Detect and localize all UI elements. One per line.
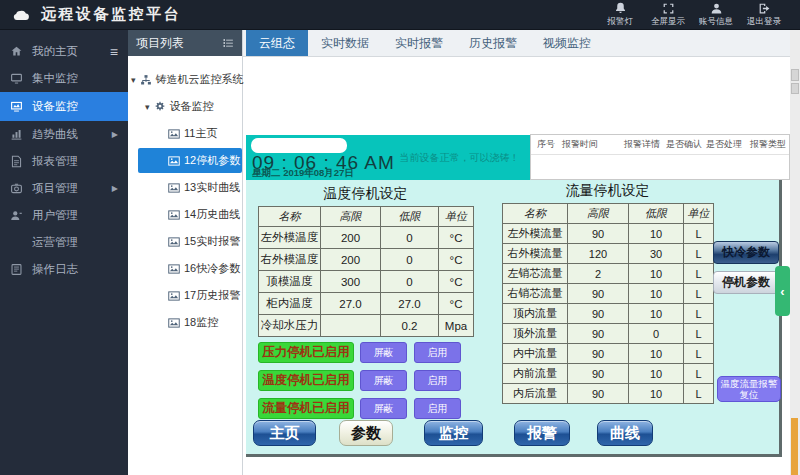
sidebar-item-operations-management[interactable]: 运营管理 [0, 229, 128, 256]
sidebar-item-report-management[interactable]: 报表管理 [0, 148, 128, 175]
temperature-mask-button[interactable]: 屏蔽 [360, 370, 407, 391]
main-area: 云组态 实时数据 实时报警 历史报警 视频监控 09 : 06 : 46 AM … [243, 30, 800, 475]
tab-realtime-data[interactable]: 实时数据 [308, 30, 382, 56]
remote-device-monitoring-app: 远程设备监控平台 报警灯 全屏显示 账号信息 退出登录 我的主页 [0, 0, 800, 475]
cell[interactable]: 300 [321, 271, 381, 293]
temperature-interlock-status[interactable]: 温度停机已启用 [258, 370, 354, 391]
flow-mask-button[interactable]: 屏蔽 [360, 398, 407, 419]
chevron-down-icon[interactable]: ▾ [145, 102, 150, 112]
image-icon [168, 128, 180, 140]
tree-page-label: 17历史报警 [184, 288, 240, 303]
cell[interactable]: 10 [629, 344, 684, 364]
cell[interactable]: 0 [381, 271, 439, 293]
cell[interactable]: 90 [568, 384, 629, 404]
temp-flow-alarm-reset-button[interactable]: 温度流量报警复位 [717, 376, 781, 402]
chevron-down-icon[interactable]: ▾ [131, 75, 136, 85]
tab-realtime-alarm[interactable]: 实时报警 [382, 30, 456, 56]
cell[interactable]: 120 [568, 244, 629, 264]
stop-params-button[interactable]: 停机参数 [713, 271, 779, 294]
image-icon [168, 290, 180, 302]
tree-page-17[interactable]: 17历史报警 [128, 282, 242, 309]
cell: L [684, 224, 714, 244]
temperature-enable-button[interactable]: 启用 [414, 370, 461, 391]
cell[interactable]: 200 [321, 227, 381, 249]
tab-cloud-hmi[interactable]: 云组态 [246, 30, 308, 56]
quick-cool-params-button[interactable]: 快冷参数 [713, 241, 779, 264]
cell[interactable]: 90 [568, 364, 629, 384]
cell: 左外模温度 [259, 227, 321, 249]
device-monitor-icon [10, 100, 23, 113]
vertical-scrollbar[interactable] [790, 30, 800, 475]
cell[interactable]: 0 [629, 324, 684, 344]
cell[interactable]: 2 [568, 264, 629, 284]
cell[interactable]: 90 [568, 304, 629, 324]
cell[interactable]: 90 [568, 344, 629, 364]
hmi-nav-monitor-button[interactable]: 监控 [424, 420, 483, 446]
tree-node-device-monitor[interactable]: ▾ 设备监控 [128, 93, 242, 120]
cell[interactable]: 10 [629, 264, 684, 284]
view-tabs: 云组态 实时数据 实时报警 历史报警 视频监控 [243, 30, 800, 57]
tree-node-root[interactable]: ▾ 铸造机云监控系统 [128, 66, 242, 93]
cell[interactable]: 0.2 [381, 315, 439, 337]
cell[interactable]: 90 [568, 224, 629, 244]
sidebar-item-user-management[interactable]: 用户管理 [0, 202, 128, 229]
cell[interactable]: 90 [568, 284, 629, 304]
cell[interactable]: 10 [629, 224, 684, 244]
tab-history-alarm[interactable]: 历史报警 [456, 30, 530, 56]
logout-button[interactable]: 退出登录 [742, 2, 786, 28]
flow-enable-button[interactable]: 启用 [414, 398, 461, 419]
cell[interactable]: 10 [629, 284, 684, 304]
clock-date: 星期二 2019年08月27日 [252, 167, 354, 180]
list-icon[interactable] [222, 37, 234, 49]
scrollbar-thumb[interactable] [791, 69, 799, 81]
cell[interactable]: 10 [629, 364, 684, 384]
collapse-handle[interactable]: ‹ [775, 266, 790, 316]
sidebar-collapse-icon[interactable]: ≡ [110, 44, 118, 60]
tree-page-13[interactable]: 13实时曲线 [128, 174, 242, 201]
sidebar-item-trend-curves[interactable]: 趋势曲线 ▶ [0, 121, 128, 148]
tree-page-16[interactable]: 16快冷参数 [128, 255, 242, 282]
tab-video-monitor[interactable]: 视频监控 [530, 30, 604, 56]
trend-chart-icon [10, 128, 23, 141]
tree-page-15[interactable]: 15实时报警 [128, 228, 242, 255]
sidebar-item-label: 我的主页 [32, 44, 78, 59]
cell[interactable]: 10 [629, 384, 684, 404]
pressure-interlock-status[interactable]: 压力停机已启用 [258, 342, 354, 363]
sidebar-item-operation-log[interactable]: 操作日志 [0, 256, 128, 283]
sidebar-item-my-home[interactable]: 我的主页 ≡ [0, 38, 128, 65]
sidebar-item-project-management[interactable]: 项目管理 ▶ [0, 175, 128, 202]
tree-page-11[interactable]: 11主页 [128, 120, 242, 147]
scrollbar-thumb[interactable] [791, 83, 799, 94]
cell[interactable]: 27.0 [321, 293, 381, 315]
hmi-nav-home-button[interactable]: 主页 [253, 420, 316, 446]
hmi-nav-alarm-button[interactable]: 报警 [514, 420, 570, 446]
cell[interactable]: 30 [629, 244, 684, 264]
users-icon [10, 209, 23, 222]
cell: 内后流量 [503, 384, 568, 404]
tree-page-14[interactable]: 14历史曲线 [128, 201, 242, 228]
cell[interactable]: 0 [381, 249, 439, 271]
pressure-mask-button[interactable]: 屏蔽 [360, 342, 407, 363]
fullscreen-button[interactable]: 全屏显示 [646, 2, 690, 28]
pressure-enable-button[interactable]: 启用 [414, 342, 461, 363]
tree-page-12-selected[interactable]: 12停机参数 [138, 148, 242, 173]
cell: L [684, 304, 714, 324]
flow-interlock-status[interactable]: 流量停机已启用 [258, 398, 354, 419]
cell[interactable]: 10 [629, 304, 684, 324]
sidebar-item-device-monitor[interactable]: 设备监控 [0, 92, 128, 121]
brand: 远程设备监控平台 [0, 5, 181, 24]
cell[interactable]: 90 [568, 324, 629, 344]
cell[interactable]: 0 [381, 227, 439, 249]
tree-page-label: 14历史曲线 [184, 207, 240, 222]
tree-page-18[interactable]: 18监控 [128, 309, 242, 336]
col-header: 名称 [503, 204, 568, 224]
sidebar-item-central-monitor[interactable]: 集中监控 [0, 65, 128, 92]
account-info-button[interactable]: 账号信息 [694, 2, 738, 28]
alarm-light-button[interactable]: 报警灯 [598, 2, 642, 28]
cell[interactable] [321, 315, 381, 337]
hmi-nav-curve-button[interactable]: 曲线 [597, 420, 653, 446]
alarm-col-handled: 是否处理 [706, 138, 750, 151]
hmi-nav-params-button[interactable]: 参数 [339, 420, 393, 446]
cell[interactable]: 27.0 [381, 293, 439, 315]
cell[interactable]: 200 [321, 249, 381, 271]
